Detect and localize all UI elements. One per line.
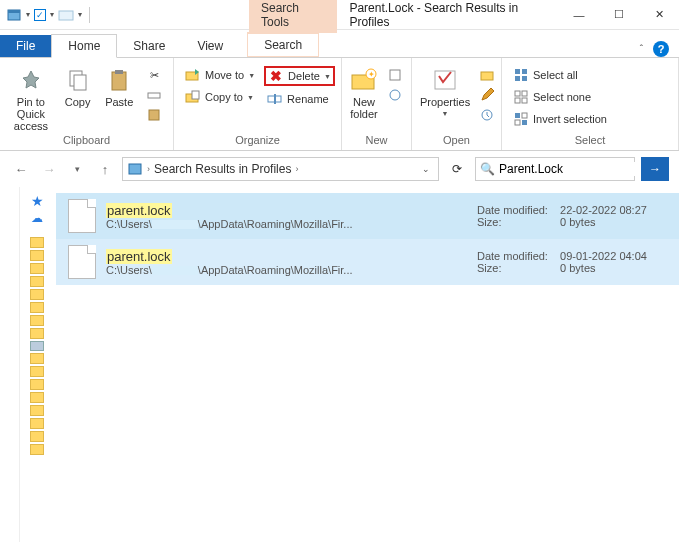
open-button[interactable]	[476, 66, 498, 84]
tree-folder-icon[interactable]	[30, 353, 44, 364]
search-box[interactable]: 🔍 ×	[475, 157, 635, 181]
edit-icon	[479, 87, 495, 103]
tree-folder-icon[interactable]	[30, 405, 44, 416]
tree-folder-icon[interactable]	[30, 418, 44, 429]
history-button[interactable]	[476, 106, 498, 124]
paste-button[interactable]: Paste	[101, 66, 137, 108]
qat-overflow-icon[interactable]: ▾	[78, 10, 82, 19]
breadcrumb-text[interactable]: Search Results in Profiles	[154, 162, 291, 176]
svg-rect-1	[8, 10, 20, 13]
easy-access-button[interactable]	[384, 86, 406, 104]
move-to-button[interactable]: Move to▼	[182, 66, 258, 84]
tree-folder-icon[interactable]	[30, 379, 44, 390]
recent-locations-button[interactable]: ▾	[66, 158, 88, 180]
tab-share[interactable]: Share	[117, 35, 181, 57]
qat-check-icon[interactable]: ✓	[34, 9, 46, 21]
file-path: C:\Users\\AppData\Roaming\Mozilla\Fir...	[106, 218, 467, 230]
invert-selection-icon	[513, 111, 529, 127]
group-label-clipboard: Clipboard	[8, 132, 165, 150]
qat-dropdown-icon[interactable]: ▾	[26, 10, 30, 19]
tree-folder-icon[interactable]	[30, 276, 44, 287]
cut-button[interactable]: ✂	[143, 66, 165, 84]
quick-access-icon[interactable]: ★	[31, 193, 44, 209]
tree-folder-icon[interactable]	[30, 250, 44, 261]
copy-path-button[interactable]	[143, 86, 165, 104]
paste-icon	[105, 66, 133, 94]
paste-shortcut-button[interactable]	[143, 106, 165, 124]
copy-button[interactable]: Copy	[60, 66, 96, 108]
edit-button[interactable]	[476, 86, 498, 104]
tree-drive-icon[interactable]	[30, 341, 44, 351]
invert-selection-button[interactable]: Invert selection	[510, 110, 610, 128]
breadcrumb[interactable]: › Search Results in Profiles › ⌄	[122, 157, 439, 181]
ribbon-collapse-icon[interactable]: ˆ	[640, 44, 643, 55]
tab-search[interactable]: Search	[247, 32, 319, 57]
tab-file[interactable]: File	[0, 35, 51, 57]
new-item-button[interactable]	[384, 66, 406, 84]
qat-check-dropdown-icon[interactable]: ▾	[50, 10, 54, 19]
tree-folder-icon[interactable]	[30, 392, 44, 403]
new-folder-button[interactable]: ✦ New folder	[350, 66, 378, 120]
open-icon	[479, 67, 495, 83]
svg-rect-8	[149, 110, 159, 120]
breadcrumb-arrow-icon[interactable]: ›	[295, 164, 298, 174]
copy-to-button[interactable]: Copy to▼	[182, 88, 258, 106]
svg-rect-33	[522, 120, 527, 125]
breadcrumb-dropdown-icon[interactable]: ⌄	[418, 164, 434, 174]
search-input[interactable]	[499, 162, 649, 176]
tree-folder-icon[interactable]	[30, 263, 44, 274]
tree-folder-icon[interactable]	[30, 315, 44, 326]
cut-icon: ✂	[146, 67, 162, 83]
svg-rect-32	[515, 120, 520, 125]
close-button[interactable]: ✕	[639, 0, 679, 30]
svg-rect-20	[481, 72, 493, 80]
results-list[interactable]: parent.lock C:\Users\\AppData\Roaming\Mo…	[54, 187, 679, 542]
up-button[interactable]: ↑	[94, 158, 116, 180]
tree-folder-icon[interactable]	[30, 328, 44, 339]
search-go-button[interactable]: →	[641, 157, 669, 181]
new-folder-icon: ✦	[350, 66, 378, 94]
select-all-button[interactable]: Select all	[510, 66, 610, 84]
svg-rect-4	[74, 75, 86, 90]
rename-button[interactable]: Rename	[264, 90, 335, 108]
onedrive-icon[interactable]: ☁	[31, 211, 43, 225]
qat-folder-icon[interactable]	[58, 7, 74, 23]
svg-rect-24	[515, 76, 520, 81]
result-row[interactable]: parent.lock C:\Users\\AppData\Roaming\Mo…	[56, 239, 679, 285]
pin-to-quick-access-button[interactable]: Pin to Quick access	[8, 66, 54, 132]
properties-button[interactable]: Properties ▼	[420, 66, 470, 117]
tree-folder-icon[interactable]	[30, 444, 44, 455]
tab-home[interactable]: Home	[51, 34, 117, 58]
tree-folder-icon[interactable]	[30, 431, 44, 442]
tree-folder-icon[interactable]	[30, 237, 44, 248]
back-button[interactable]: ←	[10, 158, 32, 180]
svg-rect-29	[522, 98, 527, 103]
tree-folder-icon[interactable]	[30, 289, 44, 300]
tab-view[interactable]: View	[181, 35, 239, 57]
tree-folder-icon[interactable]	[30, 366, 44, 377]
properties-icon	[431, 66, 459, 94]
copy-to-icon	[185, 89, 201, 105]
svg-rect-27	[522, 91, 527, 96]
tree-folder-icon[interactable]	[30, 302, 44, 313]
svg-rect-34	[129, 164, 141, 174]
dropdown-icon: ▼	[442, 110, 449, 117]
help-icon[interactable]: ?	[653, 41, 669, 57]
forward-button[interactable]: →	[38, 158, 60, 180]
delete-button[interactable]: ✖Delete▼	[264, 66, 335, 86]
refresh-button[interactable]: ⟳	[445, 157, 469, 181]
nav-tree[interactable]: ★ ☁	[20, 187, 54, 542]
copy-icon	[64, 66, 92, 94]
quick-access-toolbar: ▾ ✓ ▾ ▾	[0, 7, 99, 23]
maximize-button[interactable]: ☐	[599, 0, 639, 30]
svg-rect-30	[515, 113, 520, 118]
select-none-button[interactable]: Select none	[510, 88, 610, 106]
breadcrumb-arrow-icon[interactable]: ›	[147, 164, 150, 174]
window-title: Parent.Lock - Search Results in Profiles	[337, 1, 559, 29]
minimize-button[interactable]: ―	[559, 0, 599, 30]
svg-rect-13	[274, 94, 276, 104]
result-row[interactable]: parent.lock C:\Users\\AppData\Roaming\Mo…	[56, 193, 679, 239]
svg-text:✦: ✦	[368, 70, 375, 79]
svg-rect-31	[522, 113, 527, 118]
nav-pane-scroll[interactable]	[0, 187, 20, 542]
